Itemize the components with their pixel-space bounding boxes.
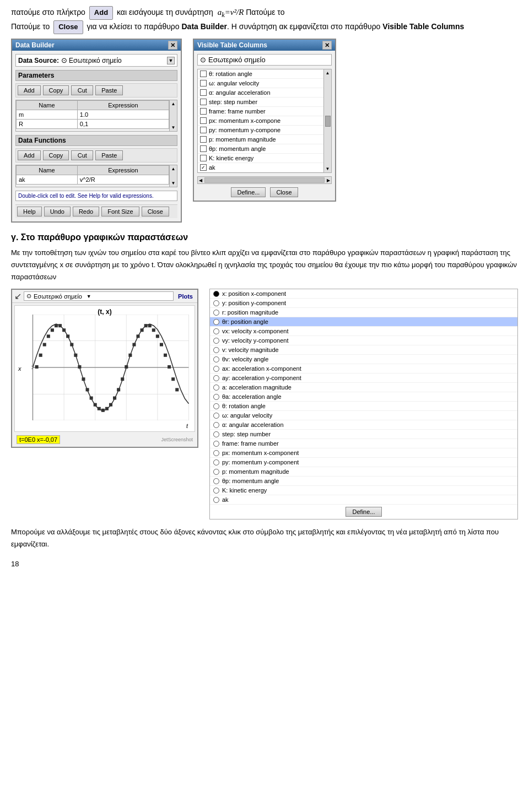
vtc-hscrollbar[interactable]: ◀ ▶ <box>197 176 332 184</box>
checkbox-frame[interactable] <box>200 108 207 115</box>
radio-theta-rot[interactable] <box>213 403 219 409</box>
radio-a-mag[interactable] <box>213 385 219 391</box>
radio-vx[interactable] <box>213 328 219 334</box>
params-paste-btn[interactable]: Paste <box>95 85 123 95</box>
var-item[interactable]: step: step number <box>210 430 517 439</box>
radio-py[interactable] <box>213 459 219 465</box>
var-item[interactable]: ω: angular velocity <box>210 411 517 420</box>
radio-x-pos[interactable] <box>213 291 219 297</box>
params-add-btn[interactable]: Add <box>18 85 41 95</box>
vtc-scroll-up[interactable]: ▲ <box>326 71 330 75</box>
var-item[interactable]: a: acceleration magnitude <box>210 383 517 392</box>
radio-omega[interactable] <box>213 413 219 419</box>
params-toolbar: Add Copy Cut Paste <box>15 83 177 98</box>
params-copy-btn[interactable]: Copy <box>43 85 69 95</box>
funcs-cut-btn[interactable]: Cut <box>71 150 93 160</box>
checkbox-thetap[interactable] <box>200 145 207 152</box>
font-size-btn[interactable]: Font Size <box>101 207 139 216</box>
vtc-define-btn[interactable]: Define... <box>231 187 266 197</box>
scroll-down-arrow[interactable]: ▼ <box>171 181 176 186</box>
add-button-inline[interactable]: Add <box>89 6 113 20</box>
scroll-up-arrow[interactable]: ▲ <box>171 166 176 171</box>
var-item[interactable]: vy: velocity y-component <box>210 336 517 345</box>
graph-plots-btn[interactable]: Plots <box>176 293 195 300</box>
var-item[interactable]: α: angular acceleration <box>210 420 517 430</box>
params-cut-btn[interactable]: Cut <box>71 85 93 95</box>
help-btn[interactable]: Help <box>17 207 42 216</box>
vtc-source-radio[interactable]: ⊙ <box>200 56 206 64</box>
params-vscrollbar[interactable]: ▲ ▼ <box>169 100 177 131</box>
radio-ax[interactable] <box>213 366 219 372</box>
close-button-inline[interactable]: Close <box>53 20 83 34</box>
checkbox-ak[interactable]: ✓ <box>200 164 207 171</box>
data-source-radio[interactable]: ⊙ <box>61 56 67 64</box>
checkbox-p[interactable] <box>200 136 207 143</box>
var-item[interactable]: vx: velocity x-component <box>210 327 517 336</box>
var-item[interactable]: θv: velocity angle <box>210 355 517 364</box>
hscroll-right[interactable]: ▶ <box>326 178 331 183</box>
checkbox-K[interactable] <box>200 155 207 161</box>
redo-btn[interactable]: Redo <box>73 207 99 216</box>
var-item[interactable]: ak <box>210 495 517 505</box>
vtc-vscrollbar[interactable]: ▲ ▼ <box>323 69 331 172</box>
scroll-up-arrow[interactable]: ▲ <box>171 101 176 106</box>
radio-theta-r[interactable] <box>213 319 219 325</box>
checkbox-omega[interactable] <box>200 80 207 86</box>
checkbox-alpha[interactable] <box>200 89 207 96</box>
var-item[interactable]: K: kinetic energy <box>210 486 517 495</box>
radio-vy[interactable] <box>213 338 219 344</box>
vtc-close-btn[interactable]: Close <box>270 187 298 197</box>
funcs-copy-btn[interactable]: Copy <box>43 150 69 160</box>
db-bottom-toolbar: Help Undo Redo Font Size Close <box>15 204 177 218</box>
var-item[interactable]: frame: frame number <box>210 439 517 448</box>
var-item[interactable]: θp: momentum angle <box>210 477 517 486</box>
radio-v-mag[interactable] <box>213 347 219 353</box>
graph-source-select[interactable]: ⊙ Εσωτερικό σημείο ▼ <box>24 291 174 301</box>
radio-thetaa[interactable] <box>213 394 219 400</box>
var-item[interactable]: p: momentum magnitude <box>210 467 517 477</box>
var-item[interactable]: y: position y-component <box>210 299 517 308</box>
hscroll-left[interactable]: ◀ <box>198 178 203 183</box>
undo-btn[interactable]: Undo <box>44 207 71 216</box>
radio-step[interactable] <box>213 431 219 437</box>
var-item[interactable]: r: position magnitude <box>210 308 517 317</box>
radio-alpha[interactable] <box>213 422 219 428</box>
checkbox-theta-rotation[interactable] <box>200 71 207 77</box>
vtc-scroll-thumb[interactable] <box>325 116 331 127</box>
radio-y-pos[interactable] <box>213 300 219 306</box>
close-btn[interactable]: Close <box>142 207 169 216</box>
var-item[interactable]: ax: acceleration x-component <box>210 364 517 373</box>
checkbox-px[interactable] <box>200 117 207 124</box>
funcs-add-btn[interactable]: Add <box>18 150 41 160</box>
radio-thetap[interactable] <box>213 478 219 484</box>
vtc-close-btn[interactable]: ✕ <box>322 41 332 50</box>
var-item[interactable]: ay: acceleration y-component <box>210 373 517 383</box>
radio-r-pos[interactable] <box>213 310 219 316</box>
scroll-down-arrow[interactable]: ▼ <box>171 125 176 130</box>
data-source-dropdown[interactable]: ▼ <box>167 57 175 64</box>
radio-K[interactable] <box>213 488 219 494</box>
data-builder-close-btn[interactable]: ✕ <box>168 41 177 50</box>
var-item[interactable]: θa: acceleration angle <box>210 392 517 402</box>
checkbox-py[interactable] <box>200 127 207 133</box>
var-item[interactable]: px: momentum x-component <box>210 448 517 458</box>
radio-ay[interactable] <box>213 375 219 381</box>
var-item[interactable]: v: velocity magnitude <box>210 345 517 355</box>
var-item[interactable]: py: momentum y-component <box>210 458 517 467</box>
radio-p-mag[interactable] <box>213 469 219 475</box>
radio-px[interactable] <box>213 450 219 456</box>
var-define-btn[interactable]: Define... <box>346 507 382 517</box>
var-a-mag-label: a: acceleration magnitude <box>222 384 292 391</box>
var-item-selected[interactable]: θr: position angle <box>210 317 517 327</box>
funcs-vscrollbar[interactable]: ▲ ▼ <box>169 165 177 187</box>
checkbox-step[interactable] <box>200 99 207 105</box>
var-item[interactable]: x: position x-component <box>210 289 517 299</box>
vtc-scroll-down[interactable]: ▼ <box>326 166 330 171</box>
var-item[interactable]: θ: rotation angle <box>210 402 517 411</box>
radio-thetav[interactable] <box>213 356 219 362</box>
funcs-paste-btn[interactable]: Paste <box>95 150 123 160</box>
radio-frame[interactable] <box>213 441 219 447</box>
graph-icon-btn[interactable]: ↙ <box>14 291 21 301</box>
graph-source-dropdown-icon[interactable]: ▼ <box>87 294 91 299</box>
radio-ak[interactable] <box>213 497 219 503</box>
